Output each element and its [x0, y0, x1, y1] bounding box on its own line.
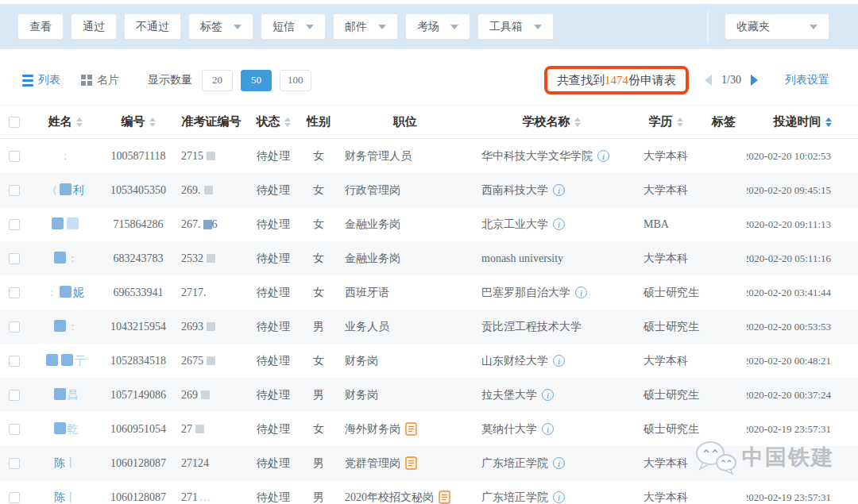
row-checkbox[interactable]: [9, 492, 20, 503]
school-name-text: 贡比涅工程技术大学: [481, 320, 582, 334]
resume-doc-icon[interactable]: [405, 422, 417, 436]
count-option-20[interactable]: 20: [202, 70, 233, 91]
resume-doc-icon[interactable]: [405, 456, 417, 470]
column-header-label: 性别: [307, 114, 330, 129]
applicant-name-link[interactable]: 乾: [52, 422, 79, 437]
info-icon[interactable]: i: [553, 184, 565, 196]
cell-school: 巴塞罗那自治大学i: [472, 275, 631, 310]
card-view-toggle[interactable]: 名片: [81, 73, 119, 87]
grid-icon: [81, 75, 92, 86]
cell-position: 财务管理人员: [338, 139, 472, 173]
row-checkbox[interactable]: [9, 287, 20, 298]
name-redaction-block: [54, 252, 66, 264]
applicant-name-link[interactable]: 昌: [52, 388, 79, 402]
column-header-school[interactable]: 学校名称: [472, 106, 631, 138]
info-icon[interactable]: i: [542, 423, 554, 435]
table-row: 陈丨1060128087271…待处理男2020年校招文秘岗广东培正学院i大学本…: [0, 480, 858, 504]
ticket-text: 269: [181, 389, 198, 402]
row-checkbox[interactable]: [9, 185, 20, 196]
applicant-name-link[interactable]: 陈丨: [54, 456, 76, 471]
table-row: 昌1057149086269待处理男财务岗拉夫堡大学i硕士研究生2020-02-…: [0, 378, 858, 412]
cell-id: 1053405350: [102, 173, 175, 207]
applicant-name-link[interactable]: （利: [47, 183, 84, 198]
position-text: 海外财务岗: [345, 422, 400, 437]
info-icon[interactable]: i: [575, 287, 587, 298]
column-header-time[interactable]: 投递时间: [747, 106, 858, 138]
cell-gender: 男: [299, 310, 338, 344]
column-header-name[interactable]: 姓名: [29, 106, 102, 138]
info-icon[interactable]: i: [553, 457, 565, 469]
exam-room-dropdown[interactable]: 考场: [405, 13, 470, 40]
applicant-name-link[interactable]: ：妮: [47, 286, 84, 300]
applicant-name-link[interactable]: ：: [60, 149, 71, 164]
row-checkbox[interactable]: [9, 424, 20, 435]
pass-button[interactable]: 通过: [71, 13, 117, 40]
cell-name: ：妮: [29, 275, 102, 310]
favorites-dropdown[interactable]: 收藏夹: [725, 13, 829, 40]
cell-time: 2020-02-20 05:11:16: [747, 241, 858, 275]
cell-ticket: 2715: [175, 139, 248, 173]
row-checkbox[interactable]: [9, 356, 20, 367]
name-redacted-text: 乾: [68, 423, 79, 435]
resume-doc-icon[interactable]: [439, 491, 450, 504]
position-text: 行政管理岗: [345, 183, 400, 198]
position-text: 业务人员: [345, 320, 389, 334]
fail-button[interactable]: 不通过: [124, 13, 181, 40]
cell-name: 亍: [29, 344, 102, 378]
row-checkbox[interactable]: [9, 219, 20, 230]
cell-degree: 大学本科: [631, 139, 701, 173]
applicant-name-link[interactable]: 陈丨: [54, 491, 76, 504]
info-icon[interactable]: i: [553, 491, 565, 503]
count-option-50[interactable]: 50: [241, 70, 272, 91]
tag-dropdown[interactable]: 标签: [188, 13, 253, 40]
name-redacted-text: 昌: [68, 389, 79, 401]
row-checkbox[interactable]: [9, 321, 20, 333]
column-header-status[interactable]: 状态: [248, 106, 299, 138]
row-checkbox[interactable]: [9, 253, 20, 264]
select-all-checkbox[interactable]: [9, 117, 20, 128]
info-icon[interactable]: i: [553, 218, 565, 230]
school-name-text: 华中科技大学文华学院: [481, 149, 593, 164]
column-header-id[interactable]: 编号: [102, 106, 175, 138]
info-icon[interactable]: i: [542, 389, 554, 401]
cell-tag: [701, 173, 747, 207]
cell-name: 陈丨: [29, 480, 102, 504]
view-button[interactable]: 查看: [17, 13, 64, 40]
ticket-text: 271: [181, 491, 198, 504]
sort-icon: [149, 117, 156, 127]
info-icon[interactable]: i: [553, 355, 565, 367]
cell-time: 2020-02-20 09:11:13: [747, 207, 858, 241]
cell-id: 1043215954: [102, 310, 175, 344]
applicant-name-link[interactable]: ：: [52, 320, 79, 334]
toolbox-dropdown[interactable]: 工具箱: [477, 13, 554, 40]
prev-page-button[interactable]: [705, 75, 712, 86]
cell-status: 待处理: [248, 480, 299, 504]
sms-dropdown[interactable]: 短信: [261, 13, 326, 40]
applicant-name-link[interactable]: ：: [52, 252, 79, 266]
cell-time: 2020-02-20 09:45:15: [747, 173, 858, 207]
cell-tag: [701, 207, 747, 241]
count-option-100[interactable]: 100: [280, 70, 311, 91]
applicant-name-link[interactable]: [50, 217, 80, 231]
column-header-label: 状态: [257, 114, 280, 129]
list-settings-link[interactable]: 列表设置: [785, 73, 829, 87]
row-checkbox[interactable]: [9, 390, 20, 401]
applicant-name-link[interactable]: 亍: [44, 354, 86, 368]
column-header-degree[interactable]: 学历: [631, 106, 701, 138]
cell-tag: [701, 344, 747, 378]
chevron-down-icon: [450, 25, 458, 29]
position-text: 金融业务岗: [345, 217, 400, 232]
row-checkbox[interactable]: [9, 151, 20, 162]
cell-id: 1060128087: [102, 480, 175, 504]
row-checkbox[interactable]: [9, 458, 20, 469]
email-dropdown[interactable]: 邮件: [333, 13, 398, 40]
school-name-text: 广东培正学院: [481, 456, 548, 471]
next-page-button[interactable]: [751, 75, 758, 86]
name-redacted-text: 丨: [65, 457, 76, 469]
info-icon[interactable]: i: [597, 150, 609, 162]
chevron-down-icon: [234, 25, 242, 29]
cell-ticket: 271…: [175, 480, 248, 504]
cell-name: 乾: [29, 412, 102, 446]
cell-time: 2020-02-20 00:48:21: [747, 344, 858, 378]
list-view-toggle[interactable]: 列表: [22, 73, 60, 87]
